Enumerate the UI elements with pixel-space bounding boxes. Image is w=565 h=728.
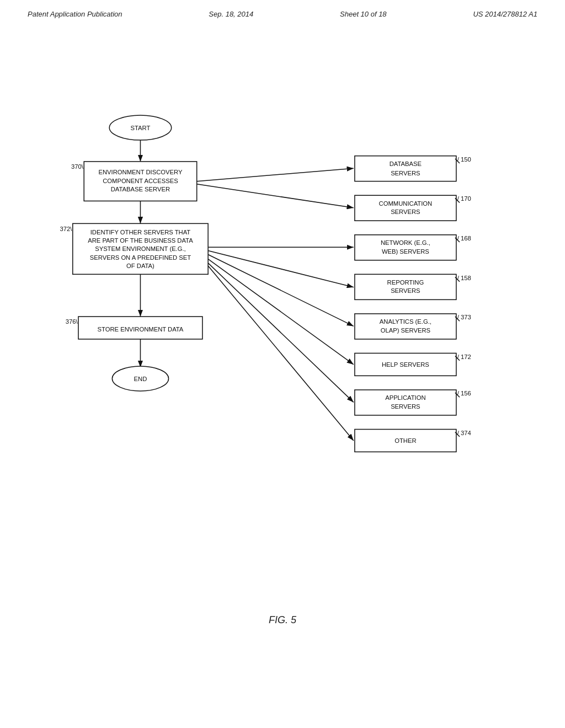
box-150-text2: SERVERS (391, 170, 420, 176)
ref-372: 372\ (60, 226, 73, 232)
box-372-text2: ARE PART OF THE BUSINESS DATA (88, 237, 193, 244)
ref-156: / 156 (457, 390, 471, 397)
box-370-text3: DATABASE SERVER (111, 186, 170, 192)
ref-168: / 168 (457, 235, 471, 242)
arrow-370-170 (197, 184, 354, 208)
box-373-text1: ANALYTICS (E.G., (380, 318, 431, 325)
ref-370: 370\ (71, 163, 84, 170)
box-376-text: STORE ENVIRONMENT DATA (98, 326, 184, 333)
box-168-text2: WEB) SERVERS (382, 248, 429, 255)
box-150-text1: DATABASE (390, 160, 422, 167)
box-150 (355, 156, 456, 181)
box-370-text1: ENVIRONMENT DISCOVERY (98, 169, 182, 175)
header-publication-label: Patent Application Publication (28, 10, 122, 18)
ref-170: / 170 (457, 195, 471, 202)
arrow-372-172 (208, 259, 354, 365)
ref-376: 376\ (66, 318, 78, 325)
box-156-text1: APPLICATION (385, 394, 425, 401)
end-label: END (134, 376, 147, 382)
arrow-372-158 (208, 250, 354, 287)
box-172-text: HELP SERVERS (382, 361, 429, 368)
box-158-text1: REPORTING (387, 279, 424, 286)
box-372-text1: IDENTIFY OTHER SERVERS THAT (90, 229, 191, 235)
arrow-372-156 (208, 263, 354, 402)
ref-172: / 172 (457, 354, 471, 360)
diagram-container: .node-text { font-family: Arial, sans-se… (28, 88, 535, 596)
box-372-text5: OF DATA) (126, 263, 154, 269)
arrow-372-373 (208, 255, 354, 326)
header-sheet: Sheet 10 of 18 (340, 10, 387, 18)
box-158-text2: SERVERS (391, 287, 420, 294)
ref-374: / 374 (457, 430, 471, 436)
box-374-text: OTHER (395, 437, 416, 444)
flowchart-svg: .node-text { font-family: Arial, sans-se… (28, 88, 535, 596)
ref-158: / 158 (457, 275, 471, 281)
box-170-text2: SERVERS (391, 208, 420, 215)
box-170-text1: COMMUNICATION (379, 200, 433, 207)
box-370-text2: COMPONENT ACCESSES (103, 178, 178, 184)
figure-label: FIG. 5 (0, 614, 565, 626)
header-date: Sep. 18, 2014 (209, 10, 253, 18)
box-372-text4: SERVERS ON A PREDEFINED SET (90, 254, 191, 261)
ref-150: / 150 (457, 156, 471, 163)
box-168-text1: NETWORK (E.G., (381, 239, 430, 246)
box-373-text2: OLAP) SERVERS (381, 327, 430, 334)
box-372-text3: SYSTEM ENVIRONMENT (E.G., (95, 245, 186, 252)
arrow-372-374 (208, 266, 354, 441)
page-header: Patent Application Publication Sep. 18, … (0, 0, 565, 18)
arrow-370-150 (197, 168, 354, 181)
box-156-text2: SERVERS (391, 403, 420, 410)
start-label: START (131, 125, 151, 131)
ref-373: / 373 (457, 314, 471, 320)
header-patent-number: US 2014/278812 A1 (473, 10, 537, 18)
